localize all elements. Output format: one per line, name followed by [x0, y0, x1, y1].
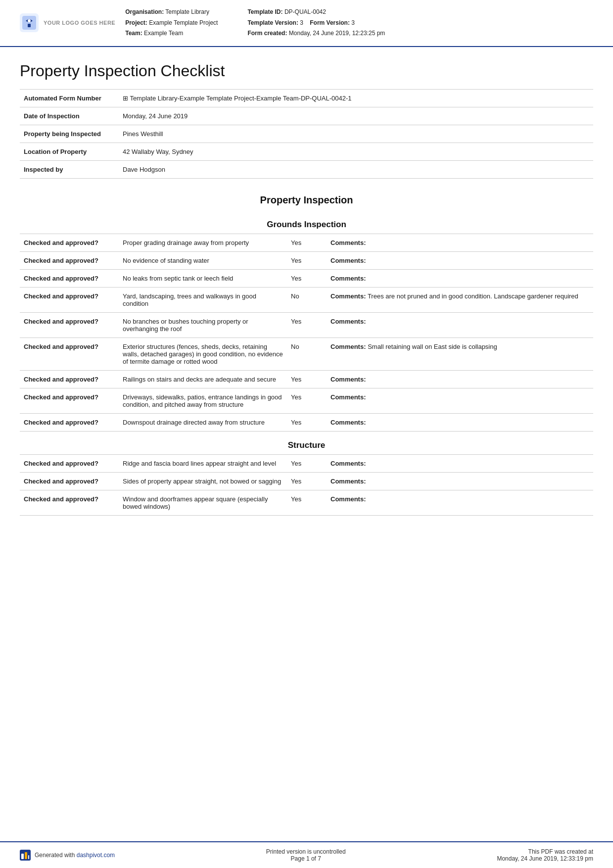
meta-value: Pines Westhill: [119, 125, 593, 143]
form-created-label: Form created:: [247, 30, 287, 37]
meta-value: Monday, 24 June 2019: [119, 107, 593, 125]
footer-link[interactable]: dashpivot.com: [77, 852, 115, 859]
svg-rect-2: [28, 24, 31, 27]
page: YOUR LOGO GOES HERE Organisation: Templa…: [0, 0, 613, 868]
checklist-label: Checked and approved?: [20, 413, 119, 431]
checklist-comment: Comments: Small retaining wall on East s…: [327, 338, 593, 370]
logo-box: YOUR LOGO GOES HERE: [20, 13, 115, 32]
meta-value: ⊞ Template Library-Example Template Proj…: [119, 89, 593, 107]
header: YOUR LOGO GOES HERE Organisation: Templa…: [0, 0, 613, 47]
footer-left: Generated with dashpivot.com: [20, 850, 115, 861]
checklist-row: Checked and approved? Driveways, sidewal…: [20, 388, 593, 413]
footer-center: Printed version is uncontrolledPage 1 of…: [266, 848, 346, 862]
checklist-label: Checked and approved?: [20, 490, 119, 515]
comment-label: Comments:: [330, 318, 366, 325]
project-label: Project:: [125, 19, 147, 26]
svg-rect-5: [25, 852, 27, 859]
checklist-label: Checked and approved?: [20, 388, 119, 413]
checklist-label: Checked and approved?: [20, 370, 119, 388]
checklist-description: No evidence of standing water: [119, 251, 287, 269]
checklist-label: Checked and approved?: [20, 454, 119, 472]
checklist-answer: Yes: [287, 234, 327, 251]
comment-label: Comments:: [330, 239, 366, 246]
svg-rect-6: [28, 855, 29, 859]
checklist-row: Checked and approved? Window and doorfra…: [20, 490, 593, 515]
header-col-left: Organisation: Template Library Project: …: [125, 7, 218, 39]
logo-text: YOUR LOGO GOES HERE: [44, 20, 115, 26]
checklist-comment: Comments:: [327, 472, 593, 490]
svg-point-1: [28, 19, 31, 22]
checklist-answer: Yes: [287, 472, 327, 490]
checklist-description: Yard, landscaping, trees and walkways in…: [119, 287, 287, 312]
main-content: Property Inspection Checklist Automated …: [0, 47, 613, 841]
checklist-comment: Comments:: [327, 312, 593, 338]
checklist-row: Checked and approved? Sides of property …: [20, 472, 593, 490]
template-version-value: 3: [300, 19, 303, 26]
checklist-row: Checked and approved? Exterior structure…: [20, 338, 593, 370]
checklist-description: Exterior structures (fences, sheds, deck…: [119, 338, 287, 370]
footer-pdf-created: This PDF was created atMonday, 24 June 2…: [497, 848, 593, 862]
dashpivot-footer-icon: [20, 850, 31, 861]
checklist-label: Checked and approved?: [20, 287, 119, 312]
checklist-answer: Yes: [287, 269, 327, 287]
meta-value: 42 Wallaby Way, Sydney: [119, 143, 593, 160]
checklist-comment: Comments:: [327, 269, 593, 287]
footer: Generated with dashpivot.com Printed ver…: [0, 841, 613, 868]
checklist-label: Checked and approved?: [20, 472, 119, 490]
checklist-label: Checked and approved?: [20, 269, 119, 287]
template-version-label: Template Version:: [247, 19, 298, 26]
checklist-row: Checked and approved? No evidence of sta…: [20, 251, 593, 269]
team-value: Example Team: [144, 30, 183, 37]
team-label: Team:: [125, 30, 142, 37]
checklist-answer: Yes: [287, 370, 327, 388]
comment-label: Comments:: [330, 460, 366, 467]
meta-label: Date of Inspection: [20, 107, 119, 125]
org-label: Organisation:: [125, 8, 164, 15]
checklist-description: Downspout drainage directed away from st…: [119, 413, 287, 431]
svg-rect-0: [22, 16, 36, 30]
footer-generated-text: Generated with dashpivot.com: [35, 852, 115, 859]
meta-value: Dave Hodgson: [119, 160, 593, 178]
grounds-checklist-table: Checked and approved? Proper grading dra…: [20, 234, 593, 432]
comment-text: Trees are not pruned and in good conditi…: [368, 292, 578, 300]
doc-title: Property Inspection Checklist: [20, 62, 593, 80]
checklist-comment: Comments:: [327, 490, 593, 515]
comment-label: Comments:: [330, 292, 366, 300]
checklist-answer: Yes: [287, 251, 327, 269]
template-id-label: Template ID:: [247, 8, 283, 15]
meta-row: Location of Property 42 Wallaby Way, Syd…: [20, 143, 593, 160]
section-heading: Property Inspection: [20, 184, 593, 211]
checklist-description: Driveways, sidewalks, patios, entrance l…: [119, 388, 287, 413]
checklist-description: Proper grading drainage away from proper…: [119, 234, 287, 251]
meta-row: Inspected by Dave Hodgson: [20, 160, 593, 178]
meta-row: Property being Inspected Pines Westhill: [20, 125, 593, 143]
comment-label: Comments:: [330, 495, 366, 503]
comment-label: Comments:: [330, 393, 366, 401]
header-meta: Organisation: Template Library Project: …: [125, 7, 593, 39]
checklist-description: Sides of property appear straight, not b…: [119, 472, 287, 490]
meta-table: Automated Form Number ⊞ Template Library…: [20, 89, 593, 179]
checklist-row: Checked and approved? Yard, landscaping,…: [20, 287, 593, 312]
template-id-value: DP-QUAL-0042: [284, 8, 326, 15]
comment-text: Small retaining wall on East side is col…: [368, 343, 497, 350]
form-version-value: 3: [351, 19, 355, 26]
footer-right: This PDF was created atMonday, 24 June 2…: [497, 848, 593, 862]
checklist-comment: Comments: Trees are not pruned and in go…: [327, 287, 593, 312]
subsection-grounds-heading: Grounds Inspection: [20, 211, 593, 234]
checklist-answer: Yes: [287, 490, 327, 515]
checklist-description: Window and doorframes appear square (esp…: [119, 490, 287, 515]
checklist-row: Checked and approved? No leaks from sept…: [20, 269, 593, 287]
logo-icon: [20, 13, 39, 32]
meta-row: Date of Inspection Monday, 24 June 2019: [20, 107, 593, 125]
checklist-answer: Yes: [287, 388, 327, 413]
checklist-description: Ridge and fascia board lines appear stra…: [119, 454, 287, 472]
meta-label: Location of Property: [20, 143, 119, 160]
form-created-value: Monday, 24 June 2019, 12:23:25 pm: [289, 30, 385, 37]
checklist-comment: Comments:: [327, 413, 593, 431]
meta-label: Automated Form Number: [20, 89, 119, 107]
checklist-label: Checked and approved?: [20, 234, 119, 251]
checklist-answer: Yes: [287, 413, 327, 431]
comment-label: Comments:: [330, 275, 366, 282]
meta-label: Property being Inspected: [20, 125, 119, 143]
checklist-row: Checked and approved? No branches or bus…: [20, 312, 593, 338]
